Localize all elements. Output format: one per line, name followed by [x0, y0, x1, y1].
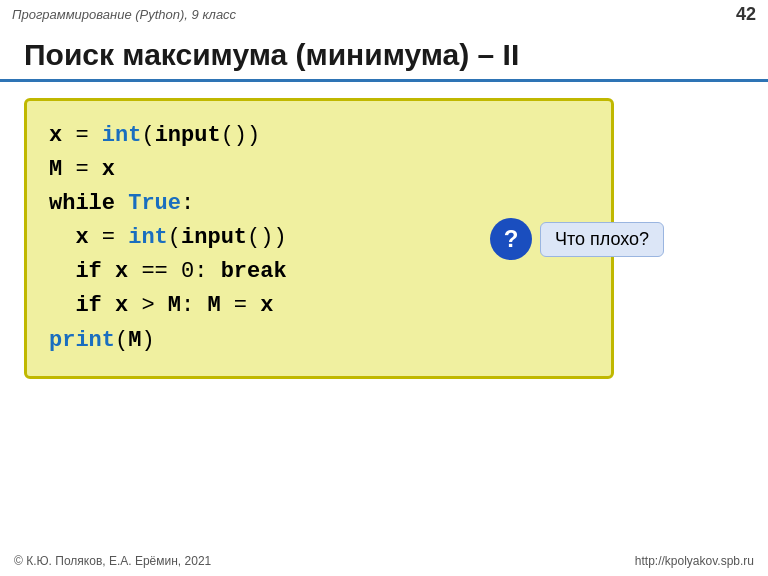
slide-number: 42 [736, 4, 756, 25]
main-content: x = int(input()) M = x while True: x = i… [0, 98, 768, 379]
tooltip-text: Что плохо? [555, 229, 649, 249]
question-circle: ? [490, 218, 532, 260]
top-bar: Программирование (Python), 9 класс 42 [0, 0, 768, 29]
footer-right: http://kpolyakov.spb.ru [635, 554, 754, 568]
code-line-2: M = x [49, 153, 589, 187]
slide-title-container: Поиск максимума (минимума) – II [0, 29, 768, 82]
course-title: Программирование (Python), 9 класс [12, 7, 236, 22]
question-label: ? [504, 225, 519, 253]
code-line-1: x = int(input()) [49, 119, 589, 153]
slide-title: Поиск максимума (минимума) – II [24, 38, 519, 71]
code-line-6: if x > M: M = x [49, 289, 589, 323]
footer: © К.Ю. Поляков, Е.А. Ерёмин, 2021 http:/… [0, 554, 768, 568]
code-line-5: if x == 0: break [49, 255, 589, 289]
code-line-3: while True: [49, 187, 589, 221]
tooltip-container: ? Что плохо? [490, 218, 664, 260]
tooltip-bubble: Что плохо? [540, 222, 664, 257]
code-line-7: print(M) [49, 324, 589, 358]
footer-left: © К.Ю. Поляков, Е.А. Ерёмин, 2021 [14, 554, 211, 568]
